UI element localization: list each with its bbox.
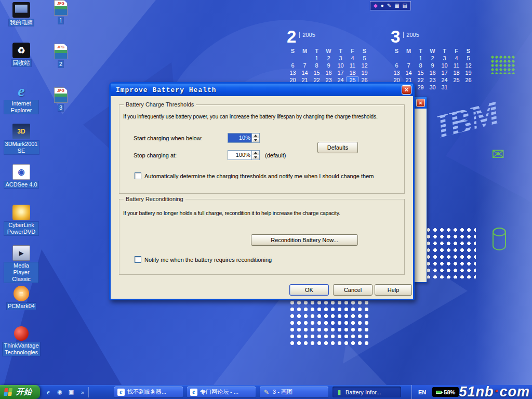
calendar-date <box>391 55 403 61</box>
calendar-date: 16 <box>427 70 438 76</box>
desktop-icon-powerdvd[interactable]: CyberLink PowerDVD <box>4 205 38 245</box>
watermark-dot: · <box>494 382 499 399</box>
desktop-icon-jpg[interactable]: JPG3 <box>48 87 74 131</box>
show-desktop-icon[interactable]: ▣ <box>67 388 75 396</box>
language-indicator[interactable]: EN <box>418 389 426 395</box>
powerdvd-icon <box>12 205 30 220</box>
desktop-icon-internet-explorer[interactable]: eInternet Explorer <box>4 83 38 124</box>
taskbar-button[interactable]: ▮Battery Infor... <box>332 387 401 397</box>
recondition-battery-button[interactable]: Recondition Battery Now... <box>251 234 358 246</box>
desktop-icon-label: 我的电脑 <box>9 19 34 26</box>
media-player-quicklaunch-icon[interactable]: ◉ <box>56 388 64 396</box>
calendar-date: 13 <box>391 70 403 76</box>
calendar-day-header: F <box>450 48 462 54</box>
notify-reconditioning-checkbox[interactable]: Notify me when the battery requires reco… <box>135 256 272 263</box>
checkbox-box[interactable] <box>135 256 141 263</box>
desktop-icon-label: 3 <box>58 104 63 111</box>
calendar-date: 12 <box>358 62 370 69</box>
mpc-icon: ▶ <box>12 245 30 261</box>
watermark-name: 51nb <box>459 384 494 399</box>
calendar-date: 11 <box>347 62 358 69</box>
pcmark-icon: ≡ <box>14 286 29 301</box>
desktop-icon-jpg[interactable]: JPG2 <box>48 44 74 87</box>
taskbar-button-label: Battery Infor... <box>345 389 381 395</box>
spin-down-icon[interactable] <box>252 155 259 160</box>
taskbar-button[interactable]: e找不到服务器... <box>114 387 183 397</box>
calendar-date: 24 <box>438 77 450 83</box>
desktop-icon-label: ACDSee 4.0 <box>4 181 38 188</box>
calendar-date: 31 <box>438 84 450 90</box>
desktop-icon-column-2: JPG1JPG2JPG3 <box>48 0 74 131</box>
calendar-date: 4 <box>347 55 358 61</box>
cancel-button[interactable]: Cancel <box>333 284 373 296</box>
desktop-icon-mpc[interactable]: ▶Media Player Classic <box>4 245 38 286</box>
calendar-date: 10 <box>335 62 347 69</box>
quick-launch: e◉▣» <box>44 388 87 396</box>
start-button[interactable]: 开始 <box>0 385 40 399</box>
stop-threshold-input[interactable]: 100% <box>228 150 260 160</box>
calendar-date <box>299 55 311 61</box>
jpg-icon: JPG <box>54 87 68 103</box>
desktop-icon-label: 2 <box>58 61 63 68</box>
watermark-tld: com <box>499 384 530 399</box>
calendar-date: 15 <box>415 70 427 76</box>
desktop-icon-my-computer[interactable]: 我的电脑 <box>4 2 38 43</box>
calendar-day-header: S <box>358 48 370 54</box>
battery-indicator[interactable]: 58% <box>432 387 459 397</box>
dialog-close-button[interactable]: × <box>402 85 411 95</box>
auto-determine-checkbox[interactable]: Automatically determine the charging thr… <box>135 172 374 179</box>
diamond-icon[interactable]: ◆ <box>374 3 378 8</box>
desktop-icon-3dmark[interactable]: 3D3DMark2001 SE <box>4 124 38 164</box>
ok-button[interactable]: OK <box>289 284 329 296</box>
thinkvantage-icon <box>14 326 29 341</box>
acdsee-icon: ◉ <box>12 164 30 180</box>
help-button[interactable]: Help <box>375 284 412 296</box>
desktop-icon-label: 1 <box>58 17 63 24</box>
calendar-date: 26 <box>462 77 474 83</box>
calendar-day-header: W <box>427 48 438 54</box>
spin-up-icon[interactable] <box>252 151 259 155</box>
calendar-date: 17 <box>438 70 450 76</box>
battery-percent: 58% <box>444 389 455 395</box>
taskbar-button[interactable]: ✎3 - 画图 <box>260 387 328 397</box>
calendar-date: 16 <box>323 70 335 76</box>
desktop-icon-pcmark[interactable]: ≡PCMark04 <box>4 286 38 326</box>
notes-icon[interactable]: ▤ <box>403 3 407 8</box>
internet-explorer-quicklaunch-icon[interactable]: e <box>44 388 52 396</box>
dialog-titlebar[interactable]: Improve Battery Health × <box>111 84 413 96</box>
calendar-date: 25 <box>450 77 462 83</box>
calendar-date: 23 <box>427 77 438 83</box>
more-toolbars-icon[interactable]: » <box>78 388 87 396</box>
start-threshold-spinner <box>251 134 259 142</box>
spin-down-icon[interactable] <box>252 138 259 143</box>
pen-icon[interactable]: ✎ <box>387 3 391 8</box>
calendar-date: 19 <box>358 70 370 76</box>
calendar-date: 17 <box>335 70 347 76</box>
watermark: 51nb·com <box>459 382 530 399</box>
start-threshold-input[interactable]: 10% <box>228 133 260 143</box>
calendar-date: 2 <box>323 55 335 61</box>
desktop-icon-thinkvantage[interactable]: ThinkVantage Technologies <box>4 326 38 367</box>
calendar-date: 1 <box>415 55 427 61</box>
group-title: Battery Charge Thresholds <box>124 101 196 108</box>
checkbox-box[interactable] <box>135 172 141 179</box>
group-title: Battery Reconditioning <box>124 196 185 202</box>
calendar-date: 14 <box>299 70 311 76</box>
audio-icon[interactable]: ● <box>381 3 384 8</box>
background-window-close-button[interactable]: × <box>416 99 425 107</box>
desktop-icon-label: Media Player Classic <box>4 262 38 283</box>
calendar-date: 9 <box>323 62 335 69</box>
calendar-day-header: T <box>415 48 427 54</box>
keyboard-icon[interactable]: ▦ <box>394 3 399 8</box>
desktop-icon-jpg[interactable]: JPG1 <box>48 0 74 44</box>
taskbar-button[interactable]: e专门网论坛 - ... <box>187 387 256 397</box>
calendar-date: 3 <box>438 55 450 61</box>
windows-logo-icon <box>4 388 14 396</box>
spin-up-icon[interactable] <box>252 134 259 138</box>
desktop-icon-acdsee[interactable]: ◉ACDSee 4.0 <box>4 164 38 205</box>
calendar-date: 10 <box>438 62 450 69</box>
calendar-day-header: T <box>311 48 323 54</box>
defaults-button[interactable]: Defaults <box>317 142 358 153</box>
desktop-icon-recycle-bin[interactable]: ♻回收站 <box>4 43 38 83</box>
calendar-date <box>450 84 462 90</box>
